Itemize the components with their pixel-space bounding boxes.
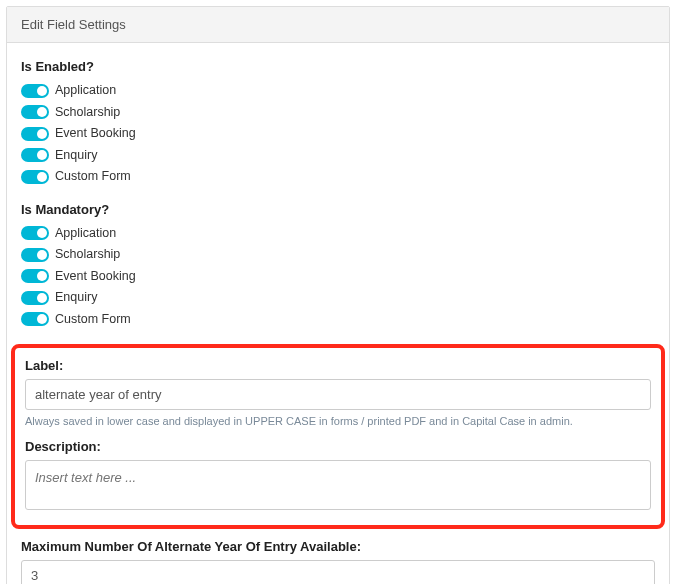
- toggle-label: Event Booking: [55, 268, 136, 286]
- max-number-input[interactable]: [21, 560, 655, 584]
- toggle-label: Scholarship: [55, 104, 120, 122]
- toggle-row-event-booking: Event Booking: [21, 268, 655, 286]
- is-enabled-heading: Is Enabled?: [21, 59, 655, 74]
- description-field-title: Description:: [25, 439, 651, 454]
- toggle-row-application: Application: [21, 82, 655, 100]
- label-field-title: Label:: [25, 358, 651, 373]
- toggle-enabled-scholarship[interactable]: [21, 105, 49, 119]
- label-help-text: Always saved in lower case and displayed…: [25, 415, 651, 427]
- highlight-box: Label: Always saved in lower case and di…: [11, 344, 665, 529]
- is-mandatory-list: Application Scholarship Event Booking En…: [21, 225, 655, 329]
- toggle-label: Custom Form: [55, 168, 131, 186]
- toggle-enabled-application[interactable]: [21, 84, 49, 98]
- panel-body: Is Enabled? Application Scholarship Even…: [7, 43, 669, 584]
- toggle-row-application: Application: [21, 225, 655, 243]
- toggle-label: Enquiry: [55, 289, 97, 307]
- description-input[interactable]: [25, 460, 651, 510]
- toggle-row-scholarship: Scholarship: [21, 246, 655, 264]
- toggle-mandatory-enquiry[interactable]: [21, 291, 49, 305]
- toggle-label: Custom Form: [55, 311, 131, 329]
- description-field-block: Description:: [25, 439, 651, 513]
- toggle-mandatory-scholarship[interactable]: [21, 248, 49, 262]
- settings-panel: Edit Field Settings Is Enabled? Applicat…: [6, 6, 670, 584]
- toggle-row-scholarship: Scholarship: [21, 104, 655, 122]
- toggle-label: Application: [55, 82, 116, 100]
- toggle-mandatory-custom-form[interactable]: [21, 312, 49, 326]
- toggle-mandatory-event-booking[interactable]: [21, 269, 49, 283]
- toggle-label: Scholarship: [55, 246, 120, 264]
- toggle-row-enquiry: Enquiry: [21, 147, 655, 165]
- toggle-mandatory-application[interactable]: [21, 226, 49, 240]
- toggle-enabled-enquiry[interactable]: [21, 148, 49, 162]
- is-mandatory-heading: Is Mandatory?: [21, 202, 655, 217]
- toggle-label: Application: [55, 225, 116, 243]
- max-number-field-block: Maximum Number Of Alternate Year Of Entr…: [21, 539, 655, 584]
- toggle-row-custom-form: Custom Form: [21, 168, 655, 186]
- is-enabled-list: Application Scholarship Event Booking En…: [21, 82, 655, 186]
- toggle-label: Event Booking: [55, 125, 136, 143]
- toggle-row-custom-form: Custom Form: [21, 311, 655, 329]
- label-field-block: Label: Always saved in lower case and di…: [25, 358, 651, 427]
- label-input[interactable]: [25, 379, 651, 410]
- toggle-row-event-booking: Event Booking: [21, 125, 655, 143]
- max-number-title: Maximum Number Of Alternate Year Of Entr…: [21, 539, 655, 554]
- toggle-row-enquiry: Enquiry: [21, 289, 655, 307]
- panel-header: Edit Field Settings: [7, 7, 669, 43]
- toggle-enabled-event-booking[interactable]: [21, 127, 49, 141]
- toggle-label: Enquiry: [55, 147, 97, 165]
- toggle-enabled-custom-form[interactable]: [21, 170, 49, 184]
- panel-title: Edit Field Settings: [21, 17, 126, 32]
